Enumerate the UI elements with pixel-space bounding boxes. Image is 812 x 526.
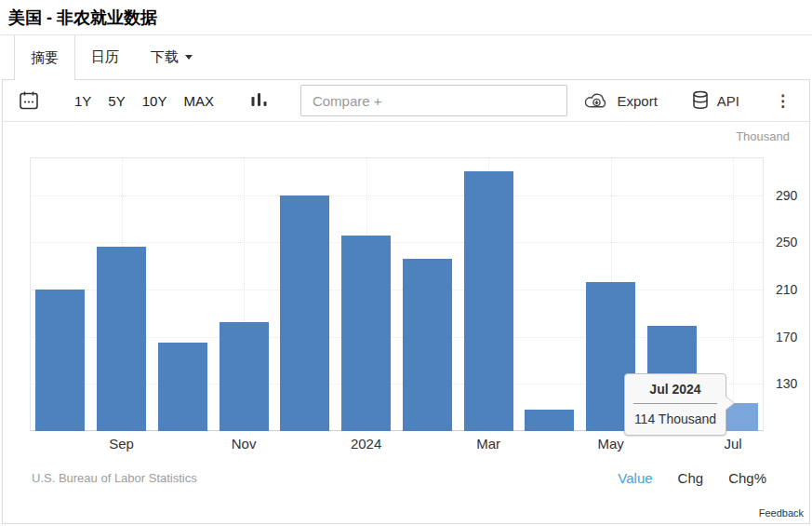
export-button[interactable]: Export xyxy=(584,91,657,110)
x-axis-tick-label: Nov xyxy=(216,436,272,452)
y-grid-line xyxy=(30,242,764,243)
bar[interactable] xyxy=(341,236,391,431)
y-grid-line xyxy=(30,196,764,196)
tooltip-title: Jul 2024 xyxy=(633,382,717,404)
bar[interactable] xyxy=(403,259,452,431)
bar[interactable] xyxy=(464,171,513,431)
tab-download-label: 下载 xyxy=(151,48,179,66)
y-axis-tick-label: 210 xyxy=(776,282,797,297)
range-1y-button[interactable]: 1Y xyxy=(74,93,91,109)
compare-input[interactable] xyxy=(300,85,567,116)
api-button[interactable]: API xyxy=(691,90,739,111)
x-axis-tick-label: Sep xyxy=(94,436,150,452)
y-axis-tick-label: 170 xyxy=(776,330,797,344)
chart-type-button[interactable] xyxy=(251,91,267,110)
bar[interactable] xyxy=(220,322,269,431)
range-5y-button[interactable]: 5Y xyxy=(108,93,125,109)
more-options-button[interactable]: ⋮ xyxy=(775,93,791,109)
y-axis-unit-label: Thousand xyxy=(736,129,790,143)
y-axis-tick-label: 290 xyxy=(776,188,797,203)
chart-footer: U.S. Bureau of Labor Statistics Value Ch… xyxy=(3,457,809,486)
x-axis-tick-label: 2024 xyxy=(339,436,394,452)
series-mode-chg[interactable]: Chg xyxy=(678,470,704,486)
chart-toolbar: 1Y 5Y 10Y MAX Expo xyxy=(3,80,809,122)
series-mode-value[interactable]: Value xyxy=(618,470,652,486)
tab-summary-label: 摘要 xyxy=(31,49,59,67)
bar[interactable] xyxy=(97,247,146,431)
feedback-link[interactable]: Feedback xyxy=(759,507,804,519)
cloud-download-icon xyxy=(584,91,609,110)
x-grid-line xyxy=(733,157,734,431)
range-selector: 1Y 5Y 10Y MAX xyxy=(74,93,214,109)
series-mode-chgpct[interactable]: Chg% xyxy=(728,470,766,486)
chart-tooltip: Jul 2024 114 Thousand xyxy=(624,373,726,436)
caret-down-icon xyxy=(185,55,193,60)
y-axis-tick-label: 130 xyxy=(776,376,797,391)
tooltip-value: 114 Thousand xyxy=(633,404,717,426)
x-axis-tick-label: Jul xyxy=(705,436,761,452)
tab-summary[interactable]: 摘要 xyxy=(14,35,75,80)
bar[interactable] xyxy=(158,343,207,431)
feedback-row: Feedback xyxy=(759,504,804,520)
source-label: U.S. Bureau of Labor Statistics xyxy=(32,471,197,485)
tab-calendar[interactable]: 日历 xyxy=(75,35,135,79)
api-label: API xyxy=(717,93,739,109)
x-axis-tick-label: May xyxy=(583,436,639,452)
bar[interactable] xyxy=(525,410,574,431)
chart-area: Thousand 130170210250290SepNov2024MarMay… xyxy=(3,122,809,457)
x-axis-tick-label: Mar xyxy=(460,436,516,452)
page-header: 美国 - 非农就业数据 xyxy=(0,0,812,35)
bar-chart-icon xyxy=(251,91,267,110)
bar[interactable] xyxy=(35,290,85,431)
date-picker-button[interactable] xyxy=(18,89,40,112)
tab-calendar-label: 日历 xyxy=(91,48,119,66)
calendar-icon xyxy=(18,89,40,112)
bar[interactable] xyxy=(280,196,329,431)
y-axis-tick-label: 250 xyxy=(776,235,797,250)
range-max-button[interactable]: MAX xyxy=(183,93,214,109)
export-label: Export xyxy=(617,93,657,109)
chart-panel: 1Y 5Y 10Y MAX Expo xyxy=(2,79,810,524)
tab-bar: 摘要 日历 下载 xyxy=(0,35,812,79)
tab-download[interactable]: 下载 xyxy=(135,35,208,79)
series-mode-switch: Value Chg Chg% xyxy=(618,470,766,486)
range-10y-button[interactable]: 10Y xyxy=(142,93,167,109)
page-title: 美国 - 非农就业数据 xyxy=(8,7,803,28)
database-icon xyxy=(691,90,710,111)
